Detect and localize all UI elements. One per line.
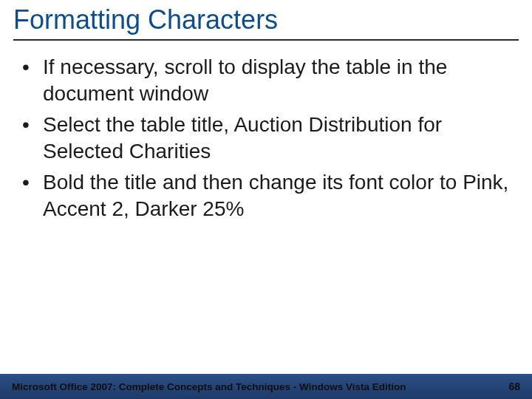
slide-title: Formatting Characters [13,4,519,35]
footer-text: Microsoft Office 2007: Complete Concepts… [12,381,406,392]
body-content: If necessary, scroll to display the tabl… [0,41,532,222]
bullet-list: If necessary, scroll to display the tabl… [22,54,517,222]
footer-band: Microsoft Office 2007: Complete Concepts… [0,374,532,399]
list-item: Bold the title and then change its font … [22,169,517,222]
list-item: If necessary, scroll to display the tabl… [22,54,517,107]
title-block: Formatting Characters [0,0,532,35]
page-number: 68 [508,381,520,392]
list-item: Select the table title, Auction Distribu… [22,112,517,165]
slide: Formatting Characters If necessary, scro… [0,0,532,399]
